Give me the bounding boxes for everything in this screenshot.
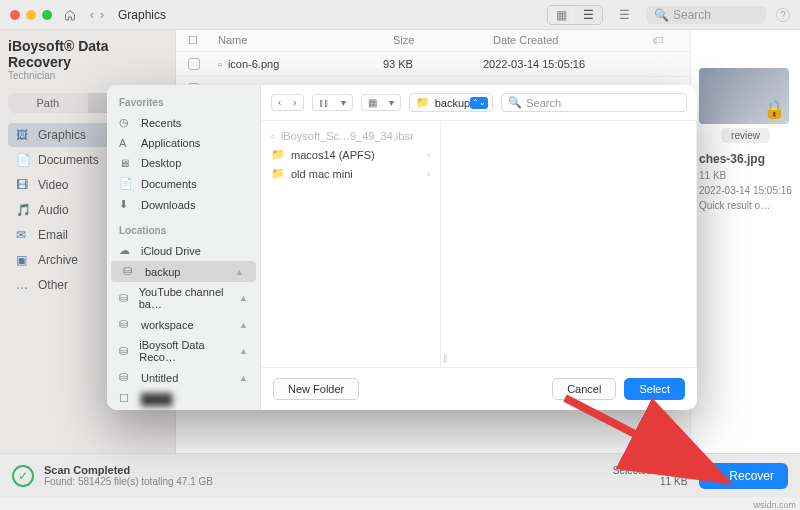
preview-pane: 🔒 review ches-36.jpg 11 KB 2022-03-14 15… xyxy=(690,30,800,453)
header-size[interactable]: Size xyxy=(393,34,493,47)
eject-icon[interactable]: ▲ xyxy=(239,293,248,303)
finder-column-1[interactable]: ▫iBoysoft_Sc…9_49_34.ibsr📁macos14 (APFS)… xyxy=(261,121,441,367)
finder-entry[interactable]: 📁old mac mini› xyxy=(265,164,436,183)
finder-loc-item[interactable]: ⛁backup▲ xyxy=(111,261,256,282)
cell-name: icon-6.png xyxy=(228,58,383,70)
location-popup[interactable]: 📁 backup ⌃⌄ xyxy=(409,93,493,112)
entry-label: iBoysoft_Sc…9_49_34.ibsr xyxy=(281,130,414,142)
finder-loc-item[interactable]: ⛁YouTube channel ba…▲ xyxy=(107,282,260,314)
nav-arrows[interactable]: ‹ › xyxy=(90,8,104,22)
forward-icon[interactable]: › xyxy=(100,8,104,22)
preview-button[interactable]: review xyxy=(721,128,770,143)
recover-button[interactable]: ↻ Recover xyxy=(699,463,788,489)
category-icon: 🖼 xyxy=(16,128,30,142)
cancel-button[interactable]: Cancel xyxy=(552,378,616,400)
scan-complete-icon: ✓ xyxy=(12,465,34,487)
drive-icon: ⛁ xyxy=(123,265,137,278)
finder-loc-item[interactable]: 🌐Network xyxy=(107,409,260,410)
sort-button-icon[interactable]: ☰ xyxy=(613,6,636,24)
selected-size: 11 KB xyxy=(613,476,687,487)
finder-sheet: Favorites ◷RecentsAApplications🖥Desktop📄… xyxy=(107,85,697,410)
top-search-placeholder: Search xyxy=(673,8,711,22)
finder-loc-item[interactable]: ⛁iBoysoft Data Reco…▲ xyxy=(107,335,260,367)
header-tag-icon[interactable]: 🏷 xyxy=(643,34,663,47)
sidebar-item-label: ████ xyxy=(141,393,172,405)
new-folder-button[interactable]: New Folder xyxy=(273,378,359,400)
finder-loc-item[interactable]: ☐████ xyxy=(107,388,260,409)
category-label: Documents xyxy=(38,153,99,167)
finder-sidebar: Favorites ◷RecentsAApplications🖥Desktop📄… xyxy=(107,85,261,410)
list-view-icon[interactable]: ☰ xyxy=(575,6,602,24)
maximize-window-icon[interactable] xyxy=(42,10,52,20)
search-icon: 🔍 xyxy=(508,96,522,109)
back-icon[interactable]: ‹ xyxy=(90,8,94,22)
column-headers: ☐ Name Size Date Created 🏷 xyxy=(176,30,690,52)
row-checkbox[interactable] xyxy=(188,58,200,70)
refresh-icon: ↻ xyxy=(713,469,723,483)
finder-column-2[interactable] xyxy=(449,121,697,367)
finder-toolbar: ‹› ⫿⫿▾ ▦▾ 📁 backup ⌃⌄ 🔍 Search xyxy=(261,85,697,121)
file-icon: ▫ xyxy=(218,58,222,70)
home-icon[interactable] xyxy=(64,8,76,22)
finder-fav-documents[interactable]: 📄Documents xyxy=(107,173,260,194)
minimize-window-icon[interactable] xyxy=(26,10,36,20)
app-subtitle: Technician xyxy=(8,70,167,81)
preview-filename: ches-36.jpg xyxy=(699,152,792,166)
eject-icon[interactable]: ▲ xyxy=(235,267,244,277)
help-icon[interactable]: ? xyxy=(776,8,790,22)
finder-fav-applications[interactable]: AApplications xyxy=(107,133,260,153)
category-label: Email xyxy=(38,228,68,242)
eject-icon[interactable]: ▲ xyxy=(239,320,248,330)
close-window-icon[interactable] xyxy=(10,10,20,20)
finder-fav-recents[interactable]: ◷Recents xyxy=(107,112,260,133)
sidebar-item-label: Applications xyxy=(141,137,200,149)
finder-fav-downloads[interactable]: ⬇Downloads xyxy=(107,194,260,215)
folder-icon: 📁 xyxy=(271,167,285,180)
header-date[interactable]: Date Created xyxy=(493,34,643,47)
watermark: wsidn.com xyxy=(753,500,796,510)
sidebar-item-icon: ⬇ xyxy=(119,198,133,211)
finder-loc-item[interactable]: ☁iCloud Drive xyxy=(107,240,260,261)
locations-header: Locations xyxy=(107,221,260,240)
top-search-input[interactable]: 🔍 Search xyxy=(646,6,766,24)
finder-group-switch[interactable]: ▦▾ xyxy=(361,94,401,111)
eject-icon[interactable]: ▲ xyxy=(239,346,248,356)
finder-view-switch[interactable]: ⫿⫿▾ xyxy=(312,94,353,111)
table-row[interactable]: ▫icon-6.png93 KB2022-03-14 15:05:16 xyxy=(176,52,690,77)
header-name[interactable]: Name xyxy=(218,34,393,47)
column-resize-handle[interactable]: ‖ xyxy=(441,121,449,367)
eject-icon[interactable]: ▲ xyxy=(239,373,248,383)
grid-view-icon[interactable]: ▦ xyxy=(548,6,575,24)
finder-search-input[interactable]: 🔍 Search xyxy=(501,93,687,112)
finder-entry[interactable]: ▫iBoysoft_Sc…9_49_34.ibsr xyxy=(265,127,436,145)
category-icon: … xyxy=(16,278,30,292)
tab-path[interactable]: Path xyxy=(8,93,88,113)
finder-columns: ▫iBoysoft_Sc…9_49_34.ibsr📁macos14 (APFS)… xyxy=(261,121,697,367)
status-detail: Found: 581425 file(s) totaling 47.1 GB xyxy=(44,476,213,487)
select-button[interactable]: Select xyxy=(624,378,685,400)
sidebar-item-label: Documents xyxy=(141,178,197,190)
finder-nav-arrows[interactable]: ‹› xyxy=(271,94,304,111)
finder-loc-item[interactable]: ⛁workspace▲ xyxy=(107,314,260,335)
finder-entry[interactable]: 📁macos14 (APFS)› xyxy=(265,145,436,164)
category-icon: 🎵 xyxy=(16,203,30,217)
cell-size: 93 KB xyxy=(383,58,483,70)
header-checkbox[interactable]: ☐ xyxy=(188,34,218,47)
entry-label: old mac mini xyxy=(291,168,353,180)
chevron-updown-icon: ⌃⌄ xyxy=(470,97,488,109)
selected-count: Selected 1 file(s) xyxy=(613,465,687,476)
category-label: Graphics xyxy=(38,128,86,142)
category-label: Video xyxy=(38,178,68,192)
titlebar: ‹ › Graphics ▦ ☰ ☰ 🔍 Search ? xyxy=(0,0,800,30)
finder-loc-item[interactable]: ⛁Untitled▲ xyxy=(107,367,260,388)
drive-icon: ⛁ xyxy=(119,345,131,358)
sidebar-item-label: iBoysoft Data Reco… xyxy=(139,339,231,363)
category-label: Audio xyxy=(38,203,69,217)
sidebar-item-label: Untitled xyxy=(141,372,178,384)
folder-icon: 📁 xyxy=(271,148,285,161)
view-switch[interactable]: ▦ ☰ xyxy=(547,5,603,25)
finder-fav-desktop[interactable]: 🖥Desktop xyxy=(107,153,260,173)
breadcrumb: Graphics xyxy=(118,8,166,22)
category-icon: 📄 xyxy=(16,153,30,167)
preview-desc: Quick result o… xyxy=(699,200,792,211)
